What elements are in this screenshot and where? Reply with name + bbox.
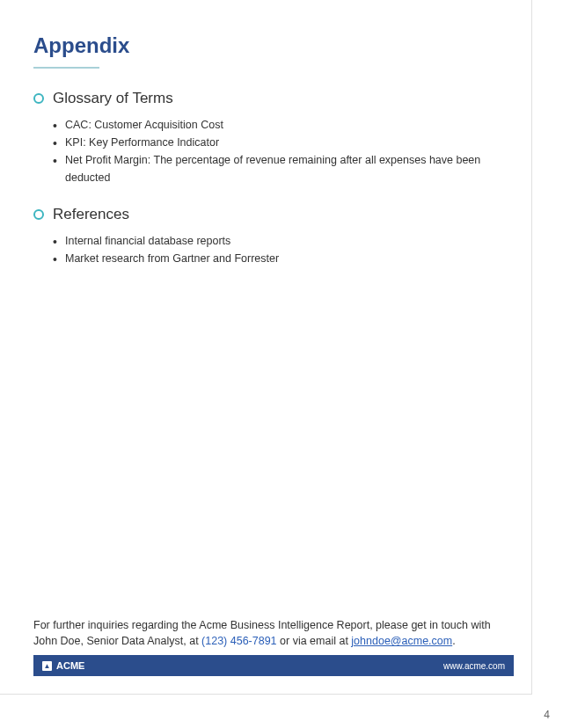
title-underline [33, 67, 99, 69]
glossary-header: Glossary of Terms [33, 90, 498, 107]
list-item: KPI: Key Performance Indicator [65, 134, 498, 151]
document-page: Appendix Glossary of Terms CAC: Customer… [0, 0, 532, 695]
glossary-list: CAC: Customer Acquisition Cost KPI: Key … [33, 116, 498, 186]
contact-text-suffix: . [452, 635, 455, 647]
page-content: Appendix Glossary of Terms CAC: Customer… [0, 0, 531, 267]
email-link[interactable]: johndoe@acme.com [351, 635, 452, 647]
references-heading: References [53, 206, 129, 223]
references-list: Internal financial database reports Mark… [33, 232, 498, 267]
references-header: References [33, 206, 498, 223]
circle-bullet-icon [33, 209, 44, 220]
page-title: Appendix [33, 33, 498, 58]
glossary-heading: Glossary of Terms [53, 90, 173, 107]
list-item: Internal financial database reports [65, 232, 498, 250]
footer-url: www.acme.com [443, 661, 505, 671]
footer-bar: ▲ ACME www.acme.com [33, 655, 514, 676]
circle-bullet-icon [33, 93, 44, 104]
contact-paragraph: For further inquiries regarding the Acme… [33, 617, 498, 651]
contact-text-middle: or via email at [277, 635, 352, 647]
logo-icon: ▲ [42, 661, 52, 671]
company-name: ACME [56, 660, 84, 671]
footer-logo: ▲ ACME [42, 660, 84, 671]
phone-link[interactable]: (123) 456-7891 [201, 635, 276, 647]
list-item: Market research from Gartner and Forrest… [65, 250, 498, 267]
list-item: Net Profit Margin: The percentage of rev… [65, 151, 498, 186]
list-item: CAC: Customer Acquisition Cost [65, 116, 498, 134]
page-number: 4 [544, 709, 550, 721]
